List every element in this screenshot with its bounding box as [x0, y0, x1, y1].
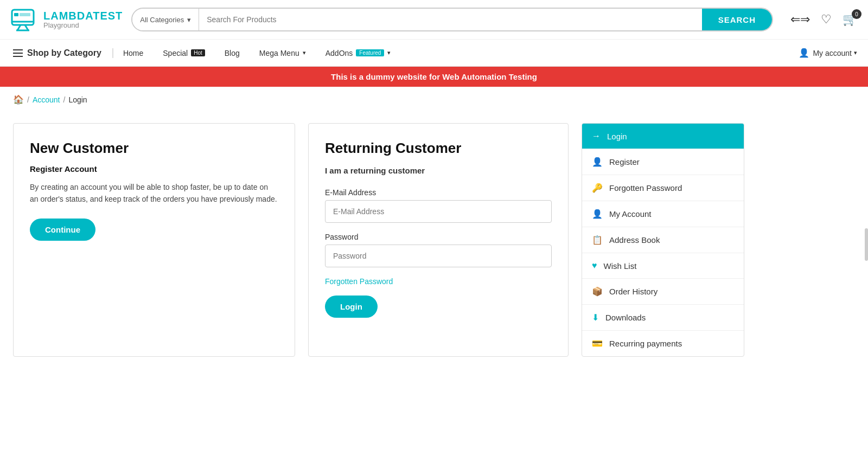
- svg-rect-5: [14, 13, 18, 16]
- sidebar-item-forgotten-password[interactable]: 🔑 Forgotten Password: [582, 175, 744, 201]
- mega-menu-arrow-icon: ▾: [303, 49, 306, 56]
- email-input[interactable]: [325, 200, 552, 223]
- forgotten-password-link[interactable]: Forgotten Password: [325, 277, 393, 286]
- heart-icon: ♥: [592, 261, 597, 271]
- returning-customer-card: Returning Customer I am a returning cust…: [308, 123, 569, 357]
- search-bar: All Categories ▾ SEARCH: [131, 8, 773, 31]
- nav-category-label: Shop by Category: [27, 48, 101, 58]
- category-dropdown[interactable]: All Categories ▾: [132, 9, 199, 30]
- svg-rect-0: [12, 10, 34, 25]
- login-button[interactable]: Login: [325, 296, 378, 318]
- sidebar-item-order-history[interactable]: 📦 Order History: [582, 279, 744, 305]
- scrollbar[interactable]: [865, 228, 868, 261]
- new-customer-title: New Customer: [30, 140, 278, 157]
- sidebar-menu: → Login 👤 Register 🔑 Forgotten Password …: [582, 123, 744, 357]
- sidebar-item-downloads[interactable]: ⬇ Downloads: [582, 305, 744, 331]
- my-account-nav[interactable]: 👤 My account ▾: [799, 48, 857, 58]
- breadcrumb-account[interactable]: Account: [33, 95, 60, 104]
- register-account-subtitle: Register Account: [30, 164, 278, 174]
- login-icon: →: [592, 131, 601, 141]
- register-icon: 👤: [592, 157, 603, 167]
- person-icon: 👤: [799, 48, 809, 58]
- sidebar-wish-list-label: Wish List: [604, 261, 637, 271]
- logo-brand: LAMBDATEST: [43, 10, 123, 22]
- password-label: Password: [325, 233, 552, 241]
- nav-mega-menu[interactable]: Mega Menu ▾: [250, 40, 316, 67]
- back-forward-icon[interactable]: ⇐⇒: [790, 12, 810, 27]
- sidebar-address-book-label: Address Book: [609, 235, 660, 245]
- main-content: New Customer Register Account By creatin…: [0, 112, 868, 378]
- home-icon[interactable]: 🏠: [13, 94, 24, 105]
- nav-home[interactable]: Home: [113, 40, 153, 67]
- email-field-group: E-Mail Address: [325, 188, 552, 223]
- sidebar-login-label: Login: [607, 132, 627, 141]
- address-book-icon: 📋: [592, 235, 603, 245]
- logo[interactable]: LAMBDATEST Playground: [11, 5, 123, 34]
- banner-text: This is a dummy website for Web Automati…: [331, 72, 537, 81]
- my-account-icon: 👤: [592, 209, 603, 219]
- hamburger-icon: [13, 49, 23, 57]
- featured-badge: Featured: [356, 49, 384, 56]
- returning-customer-subtitle: I am a returning customer: [325, 164, 552, 177]
- password-field-group: Password: [325, 233, 552, 267]
- returning-customer-title: Returning Customer: [325, 140, 552, 157]
- search-input[interactable]: [199, 9, 701, 30]
- nav-addons[interactable]: AddOns Featured ▾: [316, 40, 401, 67]
- header: LAMBDATEST Playground All Categories ▾ S…: [0, 0, 868, 40]
- password-input[interactable]: [325, 245, 552, 267]
- cart-icon[interactable]: 🛒 0: [843, 12, 857, 27]
- sidebar-item-my-account[interactable]: 👤 My Account: [582, 201, 744, 227]
- sidebar-forgotten-password-label: Forgotten Password: [609, 183, 682, 192]
- shop-by-category[interactable]: Shop by Category: [11, 48, 113, 58]
- my-account-label: My account: [813, 49, 852, 57]
- promo-banner: This is a dummy website for Web Automati…: [0, 67, 868, 87]
- sidebar-item-login[interactable]: → Login: [582, 124, 744, 149]
- sidebar-item-address-book[interactable]: 📋 Address Book: [582, 227, 744, 253]
- nav-special[interactable]: Special Hot: [153, 40, 214, 67]
- logo-icon: [11, 5, 39, 34]
- download-icon: ⬇: [592, 312, 599, 323]
- cart-badge: 0: [852, 9, 861, 19]
- sidebar-recurring-payments-label: Recurring payments: [609, 339, 682, 348]
- sidebar: → Login 👤 Register 🔑 Forgotten Password …: [582, 123, 744, 357]
- order-history-icon: 📦: [592, 286, 603, 297]
- main-nav: Shop by Category Home Special Hot Blog M…: [0, 40, 868, 67]
- continue-button[interactable]: Continue: [30, 219, 95, 241]
- dropdown-arrow-icon: ▾: [187, 16, 191, 24]
- key-icon: 🔑: [592, 183, 603, 193]
- new-customer-description: By creating an account you will be able …: [30, 181, 278, 205]
- sidebar-register-label: Register: [609, 157, 640, 166]
- sidebar-item-recurring-payments[interactable]: 💳 Recurring payments: [582, 331, 744, 356]
- svg-rect-6: [20, 13, 30, 16]
- header-icons: ⇐⇒ ♡ 🛒 0: [790, 12, 857, 27]
- email-label: E-Mail Address: [325, 188, 552, 197]
- sidebar-item-register[interactable]: 👤 Register: [582, 149, 744, 175]
- sidebar-order-history-label: Order History: [609, 287, 658, 296]
- my-account-arrow-icon: ▾: [854, 49, 857, 56]
- search-button[interactable]: SEARCH: [702, 9, 772, 30]
- wishlist-icon[interactable]: ♡: [821, 12, 832, 27]
- sidebar-item-wish-list[interactable]: ♥ Wish List: [582, 253, 744, 279]
- addons-arrow-icon: ▾: [387, 49, 391, 56]
- hot-badge: Hot: [191, 49, 205, 56]
- breadcrumb-sep-2: /: [63, 95, 65, 104]
- sidebar-downloads-label: Downloads: [605, 313, 646, 322]
- sidebar-my-account-label: My Account: [609, 209, 652, 219]
- new-customer-card: New Customer Register Account By creatin…: [13, 123, 295, 357]
- breadcrumb-current: Login: [68, 95, 87, 104]
- breadcrumb: 🏠 / Account / Login: [0, 87, 868, 112]
- nav-links: Home Special Hot Blog Mega Menu ▾ AddOns…: [113, 40, 400, 67]
- recurring-payments-icon: 💳: [592, 338, 603, 349]
- category-label: All Categories: [140, 16, 184, 24]
- logo-sub: Playground: [43, 22, 123, 29]
- nav-blog[interactable]: Blog: [215, 40, 250, 67]
- breadcrumb-sep-1: /: [27, 95, 29, 104]
